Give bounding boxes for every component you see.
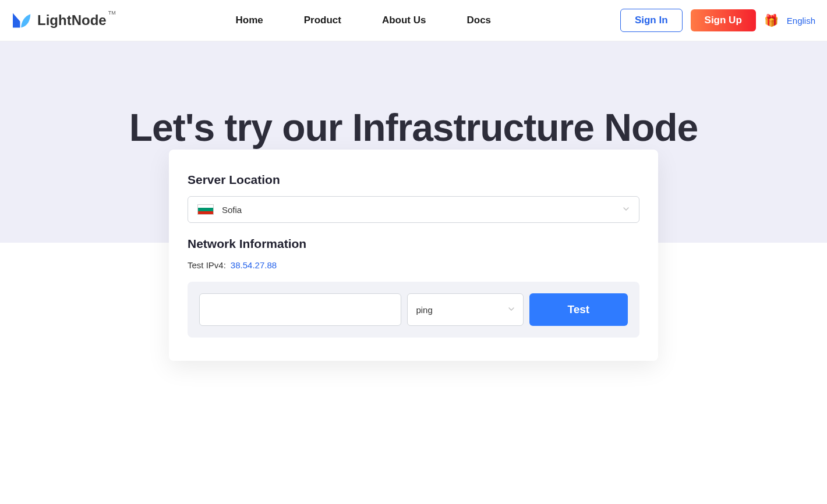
flag-bulgaria-icon bbox=[197, 204, 214, 215]
card-container: Server Location Sofia Network Informatio… bbox=[0, 150, 827, 396]
ipv4-value[interactable]: 38.54.27.88 bbox=[231, 260, 277, 270]
selected-location: Sofia bbox=[222, 205, 242, 215]
method-select[interactable]: ping bbox=[407, 293, 523, 326]
nav-home[interactable]: Home bbox=[235, 15, 263, 26]
trademark: TM bbox=[108, 10, 116, 16]
gift-icon[interactable]: 🎁 bbox=[764, 13, 779, 27]
method-label: ping bbox=[416, 305, 432, 315]
nav-product[interactable]: Product bbox=[304, 15, 341, 26]
test-card: Server Location Sofia Network Informatio… bbox=[169, 150, 658, 361]
test-panel: ping Test bbox=[188, 282, 639, 338]
select-content: Sofia bbox=[197, 204, 242, 215]
hero-title: Let's try our Infrastructure Node bbox=[12, 105, 815, 150]
language-selector[interactable]: English bbox=[787, 16, 815, 26]
target-input[interactable] bbox=[199, 293, 401, 326]
test-button[interactable]: Test bbox=[529, 293, 628, 326]
server-location-select[interactable]: Sofia bbox=[188, 196, 639, 223]
nav-about[interactable]: About Us bbox=[382, 15, 426, 26]
nav-docs[interactable]: Docs bbox=[466, 15, 491, 26]
chevron-down-icon bbox=[623, 205, 630, 214]
chevron-down-icon bbox=[508, 306, 515, 314]
logo-icon bbox=[12, 11, 33, 30]
header: LightNodeTM Home Product About Us Docs S… bbox=[0, 0, 827, 41]
network-info-title: Network Information bbox=[188, 237, 639, 251]
signin-button[interactable]: Sign In bbox=[620, 9, 683, 32]
signup-button[interactable]: Sign Up bbox=[691, 9, 756, 31]
ipv4-row: Test IPv4: 38.54.27.88 bbox=[188, 260, 639, 270]
ipv4-label: Test IPv4: bbox=[188, 260, 226, 270]
server-location-title: Server Location bbox=[188, 173, 639, 187]
brand-name: LightNodeTM bbox=[37, 12, 107, 29]
header-actions: Sign In Sign Up 🎁 English bbox=[620, 9, 815, 32]
logo[interactable]: LightNodeTM bbox=[12, 11, 107, 30]
main-nav: Home Product About Us Docs bbox=[235, 15, 491, 26]
